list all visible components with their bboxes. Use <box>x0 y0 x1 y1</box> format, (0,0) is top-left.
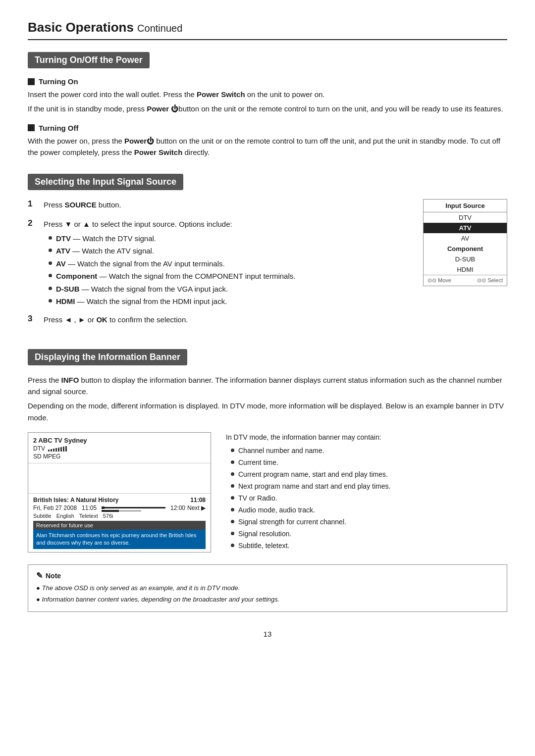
bullet-icon <box>49 249 52 252</box>
bullet-icon <box>49 236 52 240</box>
page-title: Basic Operations Continued <box>28 20 507 40</box>
banner-box: 2 ABC TV Sydney DTV SD MPEG <box>28 432 211 553</box>
svg-rect-1 <box>102 510 119 512</box>
note-item-1: ● The above OSD is only served as an exa… <box>36 583 499 593</box>
selecting-section: Selecting the Input Signal Source 1 Pres… <box>28 174 507 333</box>
turning-off-block: Turning Off With the power on, press the… <box>28 124 507 158</box>
banner-meta-row: Subtitle English Teletext 576i <box>33 513 206 519</box>
bullet-icon <box>231 460 234 464</box>
banner-subtitle-label: Subtitle <box>33 513 52 519</box>
list-item: Next program name and start and end play… <box>231 481 507 492</box>
input-source-av: AV <box>424 233 507 244</box>
note-item-2: ● Information banner content varies, dep… <box>36 595 499 605</box>
bullet-icon <box>49 287 52 290</box>
footer-select: ⊙⊙ Select <box>477 277 503 284</box>
bullet-icon <box>231 508 234 511</box>
step-3: 3 Press ◄ , ► or OK to confirm the selec… <box>28 314 411 328</box>
banner-program: British Isles: A Natural History 11:08 <box>33 497 206 504</box>
bullet-icon <box>231 520 234 523</box>
note-icon: ✎ <box>36 571 43 580</box>
turning-on-title: Turning On <box>28 77 507 86</box>
banner-end-time: 12:00 <box>170 504 185 511</box>
step-1: 1 Press SOURCE button. <box>28 199 411 213</box>
displaying-text2: Depending on the mode, different informa… <box>28 400 507 423</box>
banner-mid <box>28 463 211 493</box>
banner-right: In DTV mode, the information banner may … <box>226 432 507 553</box>
turning-off-text: With the power on, press the Power⏻ butt… <box>28 135 507 158</box>
input-source-box: Input Source DTV ATV AV Component D-SUB … <box>423 199 507 286</box>
footer-move: ⊙⊙ Move <box>428 277 451 284</box>
bar7 <box>63 447 64 452</box>
bullet-icon <box>231 449 234 452</box>
list-item: Signal strength for current channel. <box>231 517 507 527</box>
banner-time: Fri, Feb 27 2008 11:05 12:00 Next ▶ <box>33 504 206 511</box>
selecting-left: 1 Press SOURCE button. 2 Press ▼ or ▲ to… <box>28 199 411 333</box>
bar4 <box>55 448 57 452</box>
dtv-items-list: Channel number and name. Current time. C… <box>231 446 507 551</box>
banner-reserved: Reserved for future use <box>33 521 206 530</box>
banner-teletext-label: Teletext <box>79 513 98 519</box>
input-source-bullets: DTV — Watch the DTV signal. ATV — Watch … <box>49 233 411 307</box>
black-square-icon-2 <box>28 124 35 131</box>
banner-start-time: Fri, Feb 27 2008 11:05 <box>33 504 97 511</box>
bullet-icon <box>231 496 234 500</box>
list-item: AV — Watch the signal from the AV input … <box>49 258 411 270</box>
selecting-content: 1 Press SOURCE button. 2 Press ▼ or ▲ to… <box>28 199 507 333</box>
input-source-dtv: DTV <box>424 212 507 223</box>
bullet-icon <box>231 532 234 535</box>
displaying-header: Displaying the Information Banner <box>28 349 187 365</box>
dtv-info-intro: In DTV mode, the information banner may … <box>226 432 507 443</box>
input-source-dsub: D-SUB <box>424 254 507 264</box>
list-item: HDMI — Watch the signal from the HDMI in… <box>49 296 411 307</box>
turning-section: Turning On/Off the Power Turning On Inse… <box>28 52 507 158</box>
bullet-icon <box>49 299 52 302</box>
banner-subtitle-value: English <box>56 513 74 519</box>
input-source-header: Input Source <box>424 200 507 212</box>
banner-program-name: British Isles: A Natural History <box>33 497 119 504</box>
selecting-header: Selecting the Input Signal Source <box>28 174 183 190</box>
turning-on-text1: Insert the power cord into the wall outl… <box>28 89 507 100</box>
list-item: Current time. <box>231 457 507 468</box>
list-item: TV or Radio. <box>231 493 507 504</box>
banner-next: Next ▶ <box>187 504 206 511</box>
bar1 <box>48 450 50 452</box>
banner-channel: 2 ABC TV Sydney <box>33 437 206 444</box>
banner-dtv-row: DTV <box>33 445 206 452</box>
turning-on-block: Turning On Insert the power cord into th… <box>28 77 507 115</box>
progress-bar-svg <box>102 510 141 512</box>
banner-progress <box>102 507 165 508</box>
list-item: Signal resolution. <box>231 529 507 539</box>
list-item: DTV — Watch the DTV signal. <box>49 233 411 245</box>
list-item: Current program name, start and end play… <box>231 469 507 480</box>
bullet-icon <box>49 261 52 265</box>
turning-off-title: Turning Off <box>28 124 507 132</box>
title-text: Basic Operations <box>28 20 134 35</box>
bar6 <box>60 447 62 452</box>
list-item: Component — Watch the signal from the CO… <box>49 271 411 282</box>
turning-on-text2: If the unit is in standby mode, press Po… <box>28 103 507 114</box>
displaying-section: Displaying the Information Banner Press … <box>28 349 507 612</box>
bar3 <box>53 449 54 452</box>
list-item: Subtitle, teletext. <box>231 541 507 551</box>
list-item: D-SUB — Watch the signal from the VGA in… <box>49 284 411 295</box>
page-number: 13 <box>28 630 507 638</box>
bullet-icon <box>231 472 234 476</box>
note-box: ✎ Note ● The above OSD is only served as… <box>28 564 507 612</box>
bar2 <box>51 449 52 452</box>
banner-bottom: British Isles: A Natural History 11:08 F… <box>28 493 211 552</box>
black-square-icon <box>28 78 35 85</box>
note-title: ✎ Note <box>36 571 499 580</box>
bar8 <box>65 446 67 452</box>
displaying-text1: Press the INFO button to display the inf… <box>28 374 507 398</box>
list-item: Channel number and name. <box>231 446 507 456</box>
bullet-icon <box>231 484 234 488</box>
list-item: Audio mode, audio track. <box>231 505 507 515</box>
list-item: ATV — Watch the ATV signal. <box>49 246 411 257</box>
banner-area: 2 ABC TV Sydney DTV SD MPEG <box>28 432 507 553</box>
bullet-icon <box>231 544 234 547</box>
banner-teletext-value: 576i <box>103 513 113 519</box>
banner-desc: Alan Titchmarsh continues his epic journ… <box>33 530 206 549</box>
title-continued: Continued <box>137 23 182 34</box>
banner-mode: DTV <box>33 445 45 452</box>
input-source-component: Component <box>424 244 507 254</box>
